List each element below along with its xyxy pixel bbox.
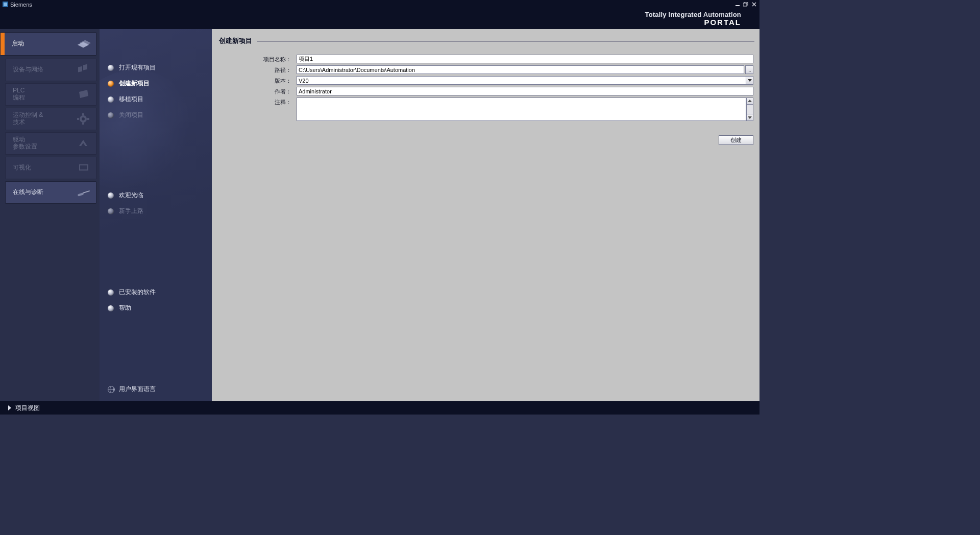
bullet-icon (108, 289, 114, 296)
input-project-name[interactable] (297, 55, 753, 63)
bullet-icon (108, 96, 114, 103)
action-panel: 打开现有项目 创建新项目 移植项目 关闭项目 欢迎光临 新手上路 已安装的软件 … (100, 29, 212, 401)
input-author[interactable] (297, 87, 753, 95)
bullet-icon (108, 81, 114, 87)
main-title: 创建新项目 (219, 36, 257, 45)
scroll-up-icon[interactable] (746, 98, 753, 105)
bullet-icon (108, 192, 114, 199)
svg-rect-2 (736, 5, 740, 6)
window-minimize-button[interactable] (734, 2, 741, 8)
nav-motion-label: 运动控制 &技术 (13, 112, 77, 126)
action-first-steps: 新手上路 (104, 203, 208, 219)
action-ui-language[interactable]: 用户界面语言 (104, 381, 208, 397)
svg-rect-7 (78, 66, 82, 72)
action-label: 移植项目 (119, 95, 143, 104)
action-label: 关闭项目 (119, 111, 143, 119)
app-title: Siemens (10, 2, 32, 8)
create-button[interactable]: 创建 (719, 135, 753, 145)
input-version[interactable] (297, 76, 746, 85)
version-dropdown-button[interactable] (746, 76, 753, 85)
svg-rect-11 (82, 113, 84, 115)
footer-project-view[interactable]: 项目视图 (15, 404, 40, 412)
nav-plc-label: PLC编程 (13, 87, 77, 102)
comment-scrollbar[interactable] (746, 98, 753, 121)
nav-visualization: 可视化 (5, 157, 96, 179)
devices-icon (77, 63, 91, 77)
input-comment[interactable] (297, 98, 746, 121)
action-label: 打开现有项目 (119, 63, 156, 72)
nav-drive-label: 驱动参数设置 (13, 136, 77, 151)
action-migrate[interactable]: 移植项目 (104, 91, 208, 107)
svg-rect-16 (83, 190, 90, 193)
label-project-name: 项目名称： (219, 55, 293, 63)
nav-visualization-label: 可视化 (13, 164, 77, 172)
left-nav: 启动 设备与网络 PLC编程 运动控制 &技术 驱动参数设置 (0, 29, 100, 401)
brand-line1: Totally Integrated Automation (645, 11, 741, 18)
action-label: 用户界面语言 (119, 385, 156, 394)
action-label: 欢迎光临 (119, 191, 143, 200)
visualization-icon (77, 161, 91, 175)
action-create-new[interactable]: 创建新项目 (104, 76, 208, 91)
window-close-button[interactable] (750, 2, 757, 8)
action-open-existing[interactable]: 打开现有项目 (104, 60, 208, 76)
nav-drive: 驱动参数设置 (5, 132, 96, 155)
browse-path-button[interactable]: ... (745, 65, 753, 74)
action-installed-software[interactable]: 已安装的软件 (104, 284, 208, 300)
bullet-icon (108, 112, 114, 118)
svg-rect-1 (4, 3, 7, 6)
brand-line2: PORTAL (645, 18, 741, 27)
svg-point-10 (82, 117, 85, 120)
plc-icon (77, 87, 91, 102)
nav-motion: 运动控制 &技术 (5, 108, 96, 130)
scroll-down-icon[interactable] (746, 114, 753, 121)
label-author: 作者： (219, 87, 293, 95)
brand-block: Totally Integrated Automation PORTAL (645, 11, 741, 26)
header-band: Totally Integrated Automation PORTAL (0, 9, 760, 29)
input-path[interactable] (297, 65, 744, 74)
footer-bar: 项目视图 (0, 401, 760, 415)
globe-icon (108, 386, 115, 393)
nav-start[interactable]: 启动 (0, 32, 96, 56)
svg-rect-12 (82, 123, 84, 125)
start-icon (77, 37, 91, 51)
svg-rect-13 (77, 118, 79, 120)
nav-plc: PLC编程 (5, 83, 96, 106)
triangle-icon (8, 405, 11, 410)
nav-start-label: 启动 (12, 40, 77, 47)
action-close-project: 关闭项目 (104, 107, 208, 123)
bullet-icon (108, 305, 114, 311)
window-restore-button[interactable] (742, 2, 749, 8)
action-label: 创建新项目 (119, 79, 150, 88)
svg-rect-4 (743, 3, 747, 6)
label-comment: 注释： (219, 98, 293, 106)
action-welcome[interactable]: 欢迎光临 (104, 187, 208, 203)
action-label: 新手上路 (119, 207, 143, 215)
action-label: 帮助 (119, 304, 131, 312)
label-path: 路径： (219, 65, 293, 74)
title-divider (257, 41, 754, 42)
scroll-track[interactable] (746, 105, 753, 114)
svg-rect-8 (83, 64, 87, 70)
bullet-icon (108, 65, 114, 71)
nav-online-label: 在线与诊断 (13, 189, 77, 196)
nav-devices-label: 设备与网络 (13, 66, 77, 74)
action-label: 已安装的软件 (119, 288, 156, 297)
drive-icon (77, 136, 91, 151)
main-panel: 创建新项目 项目名称： 路径： ... 版本： (212, 29, 760, 401)
nav-devices: 设备与网络 (5, 59, 96, 81)
motion-icon (77, 112, 91, 126)
titlebar: Siemens (0, 0, 760, 9)
svg-rect-14 (87, 118, 89, 120)
app-logo-icon (2, 2, 8, 8)
action-help[interactable]: 帮助 (104, 300, 208, 316)
bullet-icon (108, 208, 114, 214)
nav-online-diagnostics[interactable]: 在线与诊断 (5, 181, 96, 204)
screwdriver-icon (77, 185, 91, 200)
label-version: 版本： (219, 76, 293, 85)
